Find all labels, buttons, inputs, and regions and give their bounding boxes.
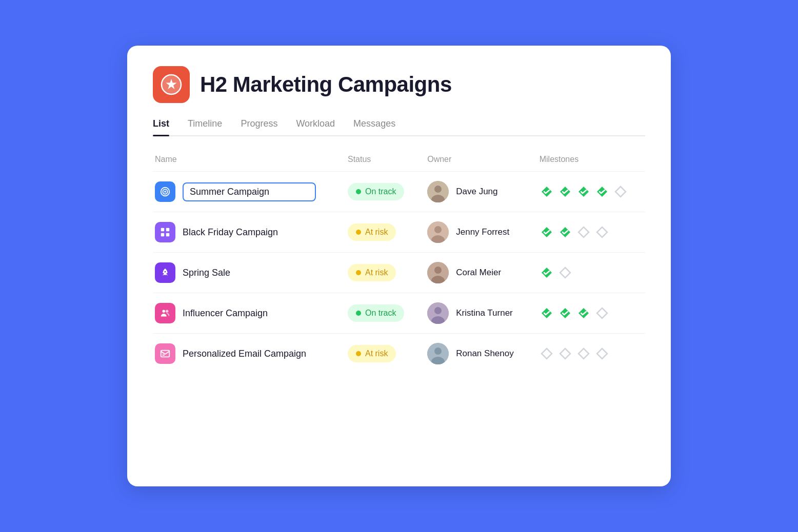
status-dot [356, 189, 361, 194]
status-cell: At risk [340, 334, 419, 374]
campaigns-table: Name Status Owner Milestones [153, 151, 645, 374]
campaign-icon [155, 222, 175, 242]
svg-point-20 [163, 310, 166, 313]
svg-rect-10 [161, 233, 164, 236]
svg-point-4 [164, 191, 166, 193]
status-dot [356, 270, 361, 275]
status-badge: At risk [348, 264, 396, 281]
col-header-name: Name [153, 151, 340, 172]
owner-name: Dave Jung [456, 187, 497, 197]
milestones-container [531, 334, 645, 374]
tab-list[interactable]: List [153, 118, 169, 135]
campaign-icon [155, 181, 175, 202]
avatar [427, 343, 449, 364]
svg-point-13 [434, 226, 442, 233]
campaign-name: Black Friday Campaign [183, 227, 278, 238]
campaign-icon [155, 343, 175, 364]
tab-bar: List Timeline Progress Workload Messages [153, 118, 645, 136]
name-cell: Personalized Email Campaign [153, 334, 340, 374]
campaign-name: Personalized Email Campaign [183, 349, 306, 359]
main-card: H2 Marketing Campaigns List Timeline Pro… [127, 46, 671, 486]
table-row: Spring Sale At risk Coral Meier [153, 253, 645, 293]
tab-messages[interactable]: Messages [353, 118, 395, 135]
campaign-name: Influencer Campaign [183, 308, 268, 319]
table-row: Personalized Email Campaign At risk Rona… [153, 334, 645, 374]
status-cell: On track [340, 293, 419, 334]
milestones-cell [540, 225, 637, 239]
campaign-name: Spring Sale [183, 268, 230, 278]
star-icon [161, 74, 182, 95]
tab-progress[interactable]: Progress [241, 118, 277, 135]
col-header-owner: Owner [419, 151, 531, 172]
milestones-cell [540, 306, 637, 320]
name-cell [153, 172, 340, 212]
tab-workload[interactable]: Workload [296, 118, 335, 135]
svg-point-23 [434, 307, 442, 314]
milestones-cell [540, 346, 637, 361]
owner-cell: Coral Meier [419, 253, 531, 293]
name-cell: Influencer Campaign [153, 293, 340, 334]
avatar [427, 221, 449, 243]
status-label: On track [365, 187, 396, 196]
milestones-cell [540, 185, 637, 199]
status-label: At risk [365, 349, 388, 358]
owner-cell: Ronan Shenoy [419, 334, 531, 374]
status-label: At risk [365, 268, 388, 277]
campaign-icon [155, 303, 175, 323]
milestones-container [531, 172, 645, 212]
svg-point-6 [434, 186, 442, 193]
header: H2 Marketing Campaigns [153, 66, 645, 103]
status-cell: On track [340, 172, 419, 212]
status-dot [356, 351, 361, 356]
page-title: H2 Marketing Campaigns [200, 72, 452, 97]
avatar [427, 302, 449, 324]
status-label: On track [365, 309, 396, 318]
name-cell: Spring Sale [153, 253, 340, 293]
tab-timeline[interactable]: Timeline [188, 118, 222, 135]
svg-point-16 [165, 271, 166, 273]
owner-name: Ronan Shenoy [456, 349, 513, 359]
svg-rect-9 [166, 228, 169, 231]
app-icon [153, 66, 190, 103]
svg-point-21 [166, 310, 169, 313]
col-header-status: Status [340, 151, 419, 172]
col-header-milestones: Milestones [531, 151, 645, 172]
owner-name: Coral Meier [456, 268, 501, 278]
owner-name: Kristina Turner [456, 308, 513, 318]
svg-point-29 [434, 347, 442, 355]
campaign-icon [155, 262, 175, 283]
name-cell: Black Friday Campaign [153, 212, 340, 253]
milestones-container [531, 253, 645, 293]
status-cell: At risk [340, 212, 419, 253]
svg-rect-11 [166, 233, 169, 236]
status-cell: At risk [340, 253, 419, 293]
status-badge: On track [348, 183, 404, 200]
milestones-container [531, 212, 645, 253]
svg-rect-8 [161, 228, 164, 231]
table-row: Influencer Campaign On track Kristina Tu… [153, 293, 645, 334]
owner-name: Jenny Forrest [456, 227, 509, 237]
status-dot [356, 230, 361, 235]
status-dot [356, 311, 361, 316]
table-row: On track Dave Jung [153, 172, 645, 212]
owner-cell: Dave Jung [419, 172, 531, 212]
table-row: Black Friday Campaign At risk Jenny Forr… [153, 212, 645, 253]
svg-rect-15 [164, 273, 167, 275]
avatar [427, 181, 449, 202]
status-badge: At risk [348, 223, 396, 241]
status-label: At risk [365, 228, 388, 237]
avatar [427, 262, 449, 283]
milestones-container [531, 293, 645, 334]
svg-point-18 [434, 267, 442, 274]
status-badge: On track [348, 304, 404, 322]
owner-cell: Kristina Turner [419, 293, 531, 334]
campaign-name-input[interactable] [183, 182, 316, 201]
owner-cell: Jenny Forrest [419, 212, 531, 253]
status-badge: At risk [348, 345, 396, 362]
milestones-cell [540, 265, 637, 280]
